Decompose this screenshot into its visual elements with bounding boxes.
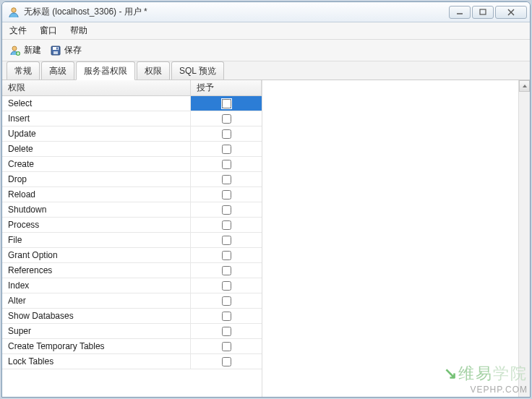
table-row[interactable]: Index: [2, 278, 262, 293]
menu-file[interactable]: 文件: [9, 25, 27, 37]
grant-cell: [191, 263, 262, 278]
privilege-name: Index: [2, 278, 191, 293]
grant-checkbox[interactable]: [222, 145, 231, 154]
window-controls: [449, 6, 527, 19]
table-row[interactable]: Drop: [2, 172, 262, 187]
privilege-name: File: [2, 233, 191, 247]
user-add-icon: [9, 45, 21, 56]
tab-general[interactable]: 常规: [7, 61, 40, 80]
grant-checkbox[interactable]: [222, 160, 231, 169]
table-row[interactable]: References: [2, 263, 262, 278]
privilege-name: Super: [2, 324, 191, 338]
grid-body: SelectInsertUpdateDeleteCreateDropReload…: [2, 96, 262, 397]
minimize-button[interactable]: [449, 6, 471, 19]
scroll-up-arrow-icon[interactable]: [519, 80, 530, 92]
privilege-name: Process: [2, 218, 191, 232]
table-row[interactable]: Alter: [2, 293, 262, 309]
tab-sql-preview[interactable]: SQL 预览: [171, 61, 224, 80]
grant-cell: [191, 172, 262, 186]
grant-cell: [191, 111, 262, 126]
grant-cell: [191, 96, 262, 111]
grant-cell: [191, 202, 262, 217]
svg-rect-2: [480, 9, 486, 14]
col-header-grant[interactable]: 授予: [191, 80, 262, 95]
table-row[interactable]: Grant Option: [2, 248, 262, 263]
grant-cell: [191, 142, 262, 156]
privilege-name: Reload: [2, 187, 191, 202]
grant-checkbox[interactable]: [222, 342, 231, 351]
grant-cell: [191, 293, 262, 308]
tab-privileges[interactable]: 权限: [137, 61, 170, 80]
right-pane: [262, 80, 530, 397]
grant-checkbox[interactable]: [222, 312, 231, 321]
grant-checkbox[interactable]: [222, 190, 231, 200]
privilege-name: Create Temporary Tables: [2, 339, 191, 353]
grant-cell: [191, 126, 262, 141]
grant-cell: [191, 187, 262, 202]
table-row[interactable]: Show Databases: [2, 309, 262, 324]
grant-cell: [191, 324, 262, 338]
col-header-privilege[interactable]: 权限: [2, 80, 191, 95]
privilege-name: Delete: [2, 142, 191, 156]
table-row[interactable]: Create: [2, 157, 262, 172]
grant-cell: [191, 309, 262, 323]
grant-cell: [191, 218, 262, 232]
grant-checkbox[interactable]: [222, 114, 231, 124]
grant-cell: [191, 339, 262, 353]
content-area: 权限 授予 SelectInsertUpdateDeleteCreateDrop…: [2, 80, 530, 397]
grant-checkbox[interactable]: [222, 220, 231, 230]
maximize-button[interactable]: [472, 6, 494, 19]
grant-checkbox[interactable]: [222, 266, 231, 275]
grant-checkbox[interactable]: [222, 327, 231, 336]
grant-cell: [191, 354, 262, 369]
app-window: 无标题 (localhost_3306) - 用户 * 文件 窗口 帮助 新建 …: [1, 1, 531, 398]
table-row[interactable]: Insert: [2, 111, 262, 126]
new-button[interactable]: 新建: [9, 44, 41, 56]
grant-checkbox[interactable]: [222, 175, 231, 184]
table-row[interactable]: Select: [2, 96, 262, 111]
grant-checkbox[interactable]: [222, 357, 231, 366]
privilege-name: Select: [2, 96, 191, 111]
grant-checkbox[interactable]: [222, 296, 231, 306]
table-row[interactable]: Shutdown: [2, 202, 262, 218]
tabbar: 常规 高级 服务器权限 权限 SQL 预览: [2, 61, 530, 80]
grant-checkbox[interactable]: [222, 251, 231, 260]
new-label: 新建: [24, 44, 41, 56]
menu-window[interactable]: 窗口: [40, 25, 57, 37]
grant-checkbox[interactable]: [222, 99, 231, 108]
tab-server-privileges[interactable]: 服务器权限: [76, 61, 135, 80]
menu-help[interactable]: 帮助: [70, 25, 87, 37]
table-row[interactable]: Create Temporary Tables: [2, 339, 262, 354]
window-title: 无标题 (localhost_3306) - 用户 *: [24, 6, 449, 18]
table-row[interactable]: Super: [2, 324, 262, 339]
privilege-name: Insert: [2, 111, 191, 126]
table-row[interactable]: File: [2, 233, 262, 248]
svg-marker-13: [523, 85, 527, 87]
close-button[interactable]: [495, 6, 527, 19]
vertical-scrollbar[interactable]: [518, 80, 530, 397]
grant-checkbox[interactable]: [222, 205, 231, 215]
table-row[interactable]: Lock Tables: [2, 354, 262, 369]
grant-checkbox[interactable]: [222, 236, 231, 245]
privilege-name: Create: [2, 157, 191, 171]
menubar: 文件 窗口 帮助: [2, 22, 530, 40]
grid-header: 权限 授予: [2, 80, 262, 96]
table-row[interactable]: Reload: [2, 187, 262, 202]
privilege-name: Drop: [2, 172, 191, 186]
privilege-name: Lock Tables: [2, 354, 191, 369]
save-icon: [50, 45, 61, 56]
table-row[interactable]: Update: [2, 126, 262, 142]
svg-rect-11: [53, 51, 58, 54]
grant-checkbox[interactable]: [222, 281, 231, 291]
table-row[interactable]: Delete: [2, 142, 262, 157]
svg-point-5: [12, 46, 17, 51]
svg-point-0: [12, 7, 16, 12]
table-row[interactable]: Process: [2, 218, 262, 233]
privilege-name: Grant Option: [2, 248, 191, 262]
grant-cell: [191, 157, 262, 171]
save-label: 保存: [64, 44, 82, 56]
user-icon: [8, 7, 20, 18]
save-button[interactable]: 保存: [50, 44, 82, 56]
grant-checkbox[interactable]: [222, 129, 231, 139]
tab-advanced[interactable]: 高级: [41, 61, 74, 80]
